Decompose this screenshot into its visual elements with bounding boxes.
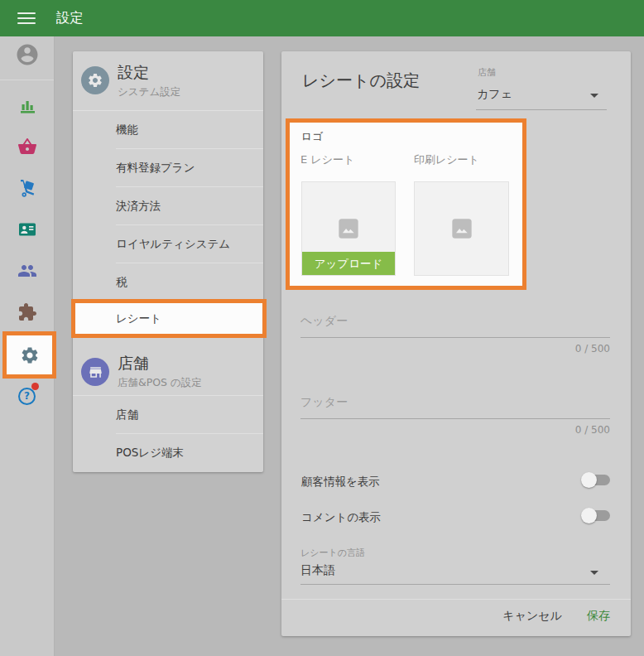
header-field-underline [300, 337, 610, 338]
settings-gear-icon [20, 345, 40, 365]
menu-icon-bar [17, 17, 36, 19]
settings-highlight-box [2, 331, 56, 379]
menu-item-pos-devices[interactable]: POSレジ端末 [73, 433, 263, 471]
menu-section-subtitle: 店舗&POS の設定 [118, 376, 202, 390]
sidebar-item-help[interactable]: ? [0, 383, 54, 409]
logo-label: ロゴ [301, 129, 324, 144]
customers-badge-icon [17, 219, 37, 239]
sidebar-item-items[interactable] [0, 133, 54, 160]
menu-item-taxes[interactable]: 税 [73, 263, 263, 301]
header-char-counter: 0 / 500 [575, 343, 610, 355]
store-select-label: 店舗 [478, 66, 496, 79]
menu-icon-bar [17, 22, 36, 24]
comments-toggle[interactable] [581, 508, 611, 523]
comments-toggle-label: コメントの表示 [301, 510, 381, 525]
footer-char-counter: 0 / 500 [575, 424, 610, 436]
menu-item-receipt[interactable]: レシート [116, 303, 161, 334]
menu-item-loyalty[interactable]: ロイヤルティシステム [73, 224, 263, 263]
employees-icon [17, 261, 37, 281]
screen: 設定 [0, 0, 644, 656]
printed-receipt-label: 印刷レシート [414, 152, 479, 167]
items-basket-icon [17, 137, 37, 157]
image-placeholder-icon [337, 217, 360, 240]
language-select-value: 日本語 [300, 563, 335, 578]
settings-menu-panel: 設定 システム設定 機能 有料登録プラン 決済方法 ロイヤルティシステム 税 店… [73, 51, 263, 472]
menu-item-stores[interactable]: 店舗 [73, 395, 263, 433]
actions-divider [281, 599, 631, 600]
gear-icon [81, 66, 109, 94]
menu-item-payment-types[interactable]: 決済方法 [73, 186, 263, 224]
account-icon [15, 42, 40, 67]
store-icon [81, 358, 109, 386]
menu-section-header-stores: 店舗 店舗&POS の設定 [73, 351, 263, 395]
image-placeholder-icon [450, 217, 473, 240]
menu-section-subtitle: システム設定 [118, 85, 180, 99]
customer-info-toggle[interactable] [581, 472, 611, 488]
panel-title: レシートの設定 [302, 70, 420, 92]
cancel-button[interactable]: キャンセル [502, 609, 562, 624]
action-bar: キャンセル 保存 [502, 609, 610, 624]
reports-icon [17, 95, 37, 115]
chevron-down-icon [590, 571, 598, 575]
printed-receipt-logo-dropzone[interactable] [414, 181, 509, 276]
e-receipt-label: E レシート [300, 152, 354, 167]
store-select-underline [476, 109, 607, 110]
sidebar-item-inventory[interactable] [0, 175, 54, 201]
language-select-underline [300, 584, 610, 585]
sidebar-item-reports[interactable] [0, 92, 54, 118]
upload-button[interactable]: アップロード [302, 252, 395, 275]
customer-info-toggle-label: 顧客情報を表示 [301, 475, 380, 490]
menu-section-header-settings: 設定 システム設定 [73, 51, 263, 110]
sidebar-divider [0, 80, 54, 80]
menu-icon[interactable] [17, 12, 36, 24]
menu-section-title: 店舗 [118, 353, 149, 374]
save-button[interactable]: 保存 [587, 609, 610, 624]
e-receipt-logo-dropzone[interactable]: アップロード [301, 181, 396, 276]
menu-section-title: 設定 [118, 62, 149, 84]
toggle-knob [581, 508, 597, 523]
apps-puzzle-icon [17, 302, 37, 322]
header-field-label: ヘッダー [300, 314, 348, 329]
page-title: 設定 [56, 0, 84, 36]
sidebar-item-apps[interactable] [0, 299, 54, 326]
sidebar-item-customers[interactable] [0, 216, 54, 243]
sidebar-item-settings[interactable] [20, 345, 40, 365]
footer-field-label: フッター [300, 395, 348, 410]
footer-field-underline [300, 418, 610, 419]
notification-dot [31, 383, 39, 390]
chevron-down-icon [590, 94, 598, 98]
toggle-knob [581, 472, 597, 488]
menu-icon-bar [17, 12, 36, 14]
receipt-highlight-box: レシート [71, 299, 267, 338]
sidebar-item-account[interactable] [0, 41, 54, 68]
logo-highlight-box: ロゴ E レシート 印刷レシート アップロード [286, 118, 526, 290]
store-select-value: カフェ [477, 87, 512, 102]
language-select-label: レシートの言語 [300, 547, 365, 559]
inventory-trolley-icon [17, 178, 37, 198]
menu-item-billing[interactable]: 有料登録プラン [73, 148, 263, 186]
sidebar-item-employees[interactable] [0, 258, 54, 284]
menu-item-features[interactable]: 機能 [73, 110, 263, 148]
app-bar: 設定 [0, 0, 644, 36]
